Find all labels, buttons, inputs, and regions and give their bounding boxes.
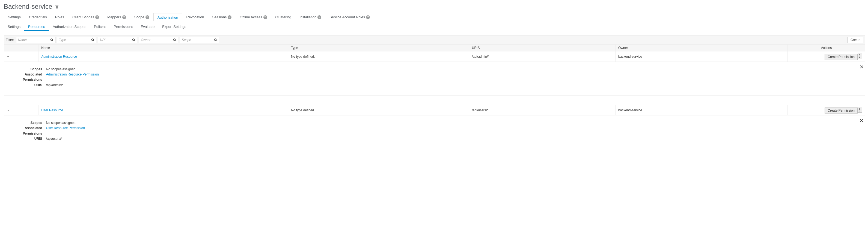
detail-scopes-label: Scopes — [7, 67, 42, 72]
search-icon — [91, 38, 94, 42]
tab-mappers[interactable]: Mappers? — [103, 13, 130, 21]
help-icon[interactable]: ? — [317, 15, 321, 19]
filter-scope-search-button[interactable] — [212, 37, 219, 43]
subtab-policies[interactable]: Policies — [90, 24, 110, 31]
subtab-resources[interactable]: Resources — [24, 24, 49, 31]
svg-point-14 — [860, 109, 860, 110]
tab-scope[interactable]: Scope? — [130, 13, 153, 21]
filter-uri-search-button[interactable] — [130, 37, 137, 43]
trash-icon[interactable] — [55, 4, 59, 9]
detail-uris-label: URIS — [7, 136, 42, 141]
search-icon — [173, 38, 176, 42]
detail-uris-label: URIS — [7, 83, 42, 88]
help-icon[interactable]: ? — [264, 15, 267, 19]
detail-scopes-value: No scopes assigned. — [46, 67, 76, 72]
svg-point-12 — [860, 57, 860, 58]
col-type: Type — [288, 45, 469, 51]
search-icon — [50, 38, 54, 42]
filter-uri-input[interactable] — [98, 37, 130, 43]
search-icon — [132, 38, 135, 42]
resource-link[interactable]: Administration Resource — [41, 55, 77, 58]
col-owner: Owner — [616, 45, 788, 51]
tab-installation[interactable]: Installation? — [295, 13, 326, 21]
create-button[interactable]: Create — [847, 37, 863, 43]
detail-panel: ✕ScopesNo scopes assigned.Associated Per… — [4, 62, 865, 96]
svg-point-0 — [51, 39, 53, 41]
filter-bar: Filter: Create — [4, 35, 865, 44]
subtab-evaluate[interactable]: Evaluate — [137, 24, 159, 31]
help-icon[interactable]: ? — [228, 15, 231, 19]
subtab-settings[interactable]: Settings — [4, 24, 24, 31]
create-permission-button[interactable]: Create Permission — [825, 108, 858, 113]
row-menu-button[interactable] — [858, 53, 862, 59]
filter-type-search-button[interactable] — [89, 37, 96, 43]
col-uris: URIS — [469, 45, 615, 51]
permission-link[interactable]: Administration Resource Permission — [46, 73, 99, 76]
close-icon[interactable]: ✕ — [860, 64, 864, 70]
col-name: Name — [38, 45, 288, 51]
cell-owner: backend-service — [616, 105, 788, 115]
subtab-authorization-scopes[interactable]: Authorization Scopes — [49, 24, 90, 31]
tab-roles[interactable]: Roles — [51, 13, 68, 21]
filter-name-input[interactable] — [16, 37, 48, 43]
expand-toggle[interactable] — [4, 51, 38, 62]
table-row: Administration ResourceNo type defined./… — [4, 51, 865, 62]
expand-toggle[interactable] — [4, 105, 38, 115]
tab-credentials[interactable]: Credentials — [25, 13, 51, 21]
tab-sessions[interactable]: Sessions? — [208, 13, 236, 21]
help-icon[interactable]: ? — [146, 15, 149, 19]
tab-authorization[interactable]: Authorization — [153, 13, 182, 21]
help-icon[interactable]: ? — [95, 15, 99, 19]
close-icon[interactable]: ✕ — [860, 118, 864, 124]
subtab-permissions[interactable]: Permissions — [110, 24, 137, 31]
svg-point-2 — [91, 39, 93, 41]
help-icon[interactable]: ? — [366, 15, 370, 19]
detail-uris-value: /api/admin/* — [46, 83, 63, 88]
cell-type: No type defined. — [288, 105, 469, 115]
tab-client-scopes[interactable]: Client Scopes? — [68, 13, 103, 21]
detail-scopes-value: No scopes assigned. — [46, 120, 76, 126]
svg-point-4 — [132, 39, 134, 41]
cell-uris: /api/admin/* — [469, 51, 615, 62]
svg-line-5 — [134, 40, 135, 41]
filter-owner-input[interactable] — [139, 37, 171, 43]
help-icon[interactable]: ? — [122, 15, 126, 19]
resources-table: Name Type URIS Owner Actions Administrat… — [4, 44, 865, 150]
svg-point-8 — [214, 39, 216, 41]
filter-type-input[interactable] — [57, 37, 89, 43]
resource-link[interactable]: User Resource — [41, 108, 63, 112]
detail-uris-value: /api/users/* — [46, 136, 63, 141]
detail-panel: ✕ScopesNo scopes assigned.Associated Per… — [4, 115, 865, 150]
subtab-export-settings[interactable]: Export Settings — [158, 24, 190, 31]
filter-name-search-button[interactable] — [48, 37, 55, 43]
detail-permissions-label: Associated Permissions — [7, 72, 42, 82]
primary-tabs: SettingsCredentialsRolesClient Scopes?Ma… — [4, 13, 865, 21]
permission-link[interactable]: User Resource Permission — [46, 126, 85, 130]
sub-tabs: SettingsResourcesAuthorization ScopesPol… — [4, 24, 865, 31]
detail-permissions-label: Associated Permissions — [7, 126, 42, 136]
tab-revocation[interactable]: Revocation — [182, 13, 208, 21]
cell-type: No type defined. — [288, 51, 469, 62]
svg-line-1 — [52, 40, 53, 41]
tab-offline-access[interactable]: Offline Access? — [236, 13, 271, 21]
detail-scopes-label: Scopes — [7, 120, 42, 126]
svg-point-13 — [860, 108, 860, 109]
filter-label: Filter: — [6, 38, 14, 42]
svg-point-15 — [860, 111, 860, 112]
filter-owner-search-button[interactable] — [171, 37, 178, 43]
tab-settings[interactable]: Settings — [4, 13, 25, 21]
svg-point-10 — [860, 54, 860, 55]
svg-point-6 — [173, 39, 175, 41]
col-actions: Actions — [788, 45, 865, 51]
tab-service-account-roles[interactable]: Service Account Roles? — [326, 13, 374, 21]
row-menu-button[interactable] — [858, 107, 862, 113]
cell-owner: backend-service — [616, 51, 788, 62]
create-permission-button[interactable]: Create Permission — [825, 54, 858, 60]
page-title: Backend-service — [4, 3, 52, 10]
cell-uris: /api/users/* — [469, 105, 615, 115]
tab-clustering[interactable]: Clustering — [271, 13, 296, 21]
svg-line-9 — [216, 40, 217, 41]
svg-line-3 — [93, 40, 94, 41]
search-icon — [214, 38, 217, 42]
filter-scope-input[interactable] — [180, 37, 212, 43]
